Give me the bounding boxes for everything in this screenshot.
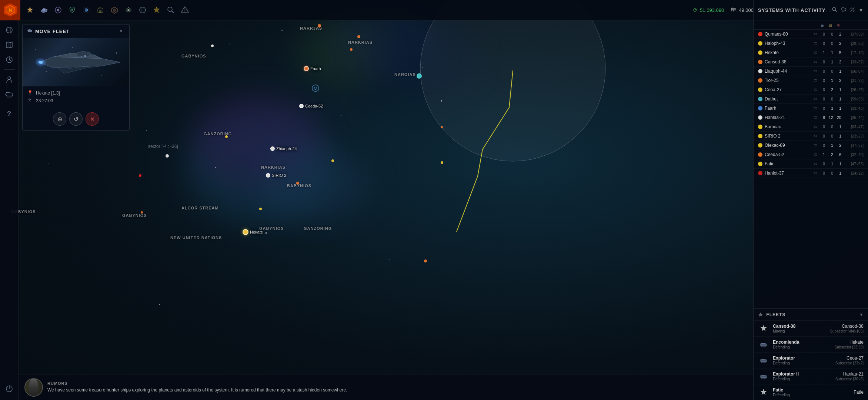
system-list-row[interactable]: Liaquph-44 0 0 1 [56:-64] (754, 67, 868, 76)
nav-technology[interactable] (80, 3, 93, 17)
fleet-status: Defending (773, 377, 832, 381)
system-list-row[interactable]: Hekate 1 1 5 [17:-10] (754, 48, 868, 57)
sidebar-power[interactable] (3, 382, 16, 396)
system-list-row[interactable]: Haniot-37 0 0 1 [24:-12] (754, 169, 868, 178)
nav-achievements[interactable] (150, 3, 163, 17)
sidebar-map[interactable] (3, 38, 16, 52)
system-list-row[interactable]: Haioph-43 0 0 2 [29:-63] (754, 39, 868, 48)
system-row-nums: 0 0 2 (820, 41, 841, 46)
nav-colonies[interactable] (94, 3, 107, 17)
fleet-name: Cansod-38 (773, 324, 826, 329)
system-list-row[interactable]: SIRIO 2 0 0 1 [23:-23] (754, 132, 868, 141)
svg-point-38 (35, 49, 36, 50)
system-num-2: 0 (828, 125, 833, 129)
system-zhianph24[interactable]: Zhianph-24 (270, 146, 297, 151)
system-row-nums: 0 0 1 (820, 69, 841, 73)
system-num-2: 1 (828, 50, 833, 55)
nav-intel[interactable] (66, 3, 79, 17)
dot-mid-center (259, 208, 262, 210)
fleet-list-row[interactable]: Encomienda Defending Hekate Subsector [3… (754, 336, 868, 352)
fleet-list-row[interactable]: Explorator II Defending Hanlaa-21 Subsec… (754, 368, 868, 384)
territory-naroias: NAROIAS (394, 72, 416, 77)
search-icon[interactable] (832, 7, 838, 14)
system-row-nums: 0 2 1 (820, 87, 841, 92)
system-hekate[interactable]: Hekate ▲ (243, 229, 268, 235)
nav-civilization[interactable] (23, 3, 37, 17)
system-sirio2[interactable]: SIRIO 2 (266, 173, 286, 178)
logo-button[interactable]: N (0, 0, 20, 20)
system-coords: [56:-64] (844, 69, 864, 73)
svg-marker-52 (761, 389, 767, 395)
sidebar-globe[interactable] (3, 23, 16, 37)
system-ceeda52[interactable]: Ceeda-52 (299, 104, 323, 108)
nav-espionage[interactable] (122, 3, 135, 17)
system-num-2: 12 (828, 115, 833, 120)
move-fleet-refresh-button[interactable]: ↺ (69, 112, 83, 126)
system-num-3: 6 (836, 152, 841, 157)
system-list-row[interactable]: Bamoac 0 0 1 [63:-47] (754, 122, 868, 132)
system-faarh-label: Faarh (310, 66, 321, 71)
dot-bottom-right (424, 259, 427, 262)
location-icon: 📍 (27, 90, 33, 96)
territory-ganzoring-2: GANZORING (304, 226, 332, 231)
svg-point-44 (39, 61, 43, 64)
move-fleet-close-button[interactable]: × (117, 27, 125, 35)
nav-research[interactable] (164, 3, 177, 17)
combat-filter-icon[interactable] (849, 7, 855, 14)
nav-politics[interactable] (108, 3, 121, 17)
col-header-3 (835, 23, 841, 28)
sidebar-ships[interactable] (3, 87, 16, 101)
fleet-dest-sub: Subsector [-84:-105] (830, 329, 864, 333)
system-row-name: Haioph-43 (765, 41, 811, 46)
sidebar-help[interactable]: ? (3, 107, 16, 120)
fleet-list-row[interactable]: Cansod-38 Moving Cansod-38 Subsector [-8… (754, 320, 868, 336)
system-row-nums: 0 0 1 (820, 97, 841, 101)
fleets-filter-icon[interactable] (841, 7, 847, 14)
system-row-icon (814, 32, 818, 37)
dot-ganzoring (225, 135, 228, 138)
system-num-3: 1 (836, 106, 841, 110)
system-list-row[interactable]: Hanlaa-21 8 12 20 [35:-44] (754, 113, 868, 122)
system-coords: [35:-44] (844, 116, 864, 120)
move-fleet-actions: ⊕ ↺ ✕ (23, 109, 129, 130)
system-list-row[interactable]: Ceoa-27 0 2 1 [26:-25] (754, 85, 868, 95)
system-list-row[interactable]: Cansod-38 0 1 2 [33:-57] (754, 57, 868, 67)
system-list-row[interactable]: Tior-25 0 1 2 [31:-22] (754, 76, 868, 85)
nav-map[interactable] (178, 3, 191, 17)
system-faarh[interactable]: Faarh (304, 66, 321, 71)
system-list-row[interactable]: Qumaes-80 0 0 2 [37:-59] (754, 30, 868, 39)
system-list-row[interactable]: Dathet 0 0 1 [59:-55] (754, 95, 868, 104)
system-num-1: 0 (820, 60, 825, 64)
fleet-destination: Ceoa-27 Subsector [23:-2] (835, 356, 864, 365)
system-row-nums: 0 1 2 (820, 60, 841, 64)
fleet-list-row[interactable]: Explorator Defending Ceoa-27 Subsector [… (754, 352, 868, 368)
fleet-info: Encomienda Defending (773, 340, 831, 349)
systems-list-header (754, 22, 868, 30)
system-num-1: 0 (820, 78, 825, 83)
system-list-row[interactable]: Faarh 0 3 1 [33:-48] (754, 104, 868, 113)
collapse-panel-icon[interactable]: ▼ (858, 7, 864, 13)
move-fleet-target-button[interactable]: ⊕ (53, 112, 66, 126)
system-row-nums: 0 0 1 (820, 171, 841, 175)
fleet-list-row[interactable]: Fatie Defending Fatie (754, 384, 868, 400)
system-list-row[interactable]: Ceeda-52 1 2 6 [32:-40] (754, 150, 868, 159)
time-value: 23:27:03 (36, 98, 53, 103)
avatar-figure (27, 379, 40, 396)
move-fleet-panel: MOVE FLEET × (22, 24, 130, 130)
sidebar-user[interactable] (3, 73, 16, 86)
system-list-row[interactable]: Fatie 0 1 1 [47:-53] (754, 159, 868, 169)
nav-fleet[interactable] (37, 3, 51, 17)
fleet-status: Moving (773, 329, 826, 333)
sidebar-clock[interactable] (3, 53, 16, 66)
system-num-3: 2 (836, 32, 841, 36)
nav-diplomacy[interactable] (51, 3, 65, 17)
nav-trade[interactable] (136, 3, 149, 17)
move-fleet-cancel-button[interactable]: ✕ (86, 112, 99, 126)
system-num-3: 1 (836, 171, 841, 175)
system-row-icon (814, 50, 818, 55)
system-row-nums: 0 1 2 (820, 78, 841, 83)
svg-rect-13 (99, 10, 101, 13)
system-list-row[interactable]: Olexac-89 0 1 2 [47:-57] (754, 141, 868, 150)
fleets-collapse-button[interactable]: ▼ (859, 312, 864, 317)
fleet-dest-sub: Subsector [30:-6] (835, 377, 864, 381)
